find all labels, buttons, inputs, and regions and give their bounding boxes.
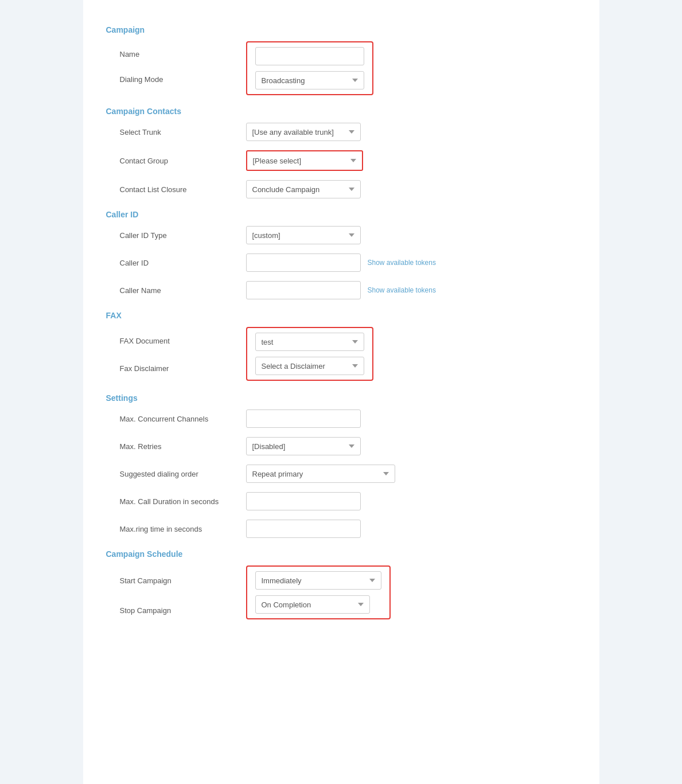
stop-campaign-select[interactable]: On Completion [255,595,370,614]
select-trunk-label: Select Trunk [120,128,246,136]
max-channels-input[interactable]: 2 [246,409,361,428]
fax-disclaimer-select[interactable]: Select a Disclaimer [255,357,364,375]
name-label: Name [120,41,246,67]
campaign-name-input[interactable] [255,47,364,65]
max-ring-time-row: Max.ring time in seconds 45 [106,520,576,538]
caller-id-type-select[interactable]: [custom] [246,226,361,244]
max-retries-label: Max. Retries [120,442,246,451]
stop-campaign-label: Stop Campaign [120,595,246,625]
contact-list-closure-label: Contact List Closure [120,185,246,194]
suggested-dialing-label: Suggested dialing order [120,470,246,478]
suggested-dialing-select[interactable]: Repeat primary [246,465,395,483]
max-ring-time-label: Max.ring time in seconds [120,525,246,533]
caller-id-show-tokens-link[interactable]: Show available tokens [368,259,436,267]
fax-section-title: FAX [106,311,576,320]
dialing-mode-select[interactable]: Broadcasting [255,71,364,89]
campaign-contacts-section-title: Campaign Contacts [106,107,576,116]
caller-name-row: Caller Name Show available tokens [106,281,576,299]
contact-group-label: Contact Group [120,157,246,165]
max-call-duration-label: Max. Call Duration in seconds [120,497,246,506]
settings-section-title: Settings [106,393,576,403]
max-channels-label: Max. Concurrent Channels [120,415,246,423]
suggested-dialing-row: Suggested dialing order Repeat primary [106,465,576,483]
caller-id-label: Caller ID [120,259,246,267]
max-retries-row: Max. Retries [Disabled] [106,437,576,455]
dialing-mode-label: Dialing Mode [120,67,246,92]
max-channels-row: Max. Concurrent Channels 2 [106,409,576,428]
contact-list-closure-select[interactable]: Conclude Campaign [246,180,361,198]
fax-document-select[interactable]: test [255,333,364,351]
max-retries-select[interactable]: [Disabled] [246,437,361,455]
campaign-schedule-section-title: Campaign Schedule [106,549,576,559]
caller-name-show-tokens-link[interactable]: Show available tokens [368,286,436,294]
caller-name-input[interactable] [246,281,361,299]
contact-group-select[interactable]: [Please select] [247,151,362,170]
contact-group-row: Contact Group [Please select] [106,150,576,171]
select-trunk-select[interactable]: [Use any available trunk] [246,123,361,141]
select-trunk-row: Select Trunk [Use any available trunk] [106,123,576,141]
max-ring-time-input[interactable]: 45 [246,520,361,538]
caller-id-type-label: Caller ID Type [120,231,246,240]
caller-id-input[interactable]: 1111111111 [246,253,361,272]
caller-name-label: Caller Name [120,286,246,295]
start-campaign-select[interactable]: Immediately [255,571,381,590]
contact-list-closure-row: Contact List Closure Conclude Campaign [106,180,576,198]
start-campaign-label: Start Campaign [120,565,246,595]
fax-document-label: FAX Document [120,327,246,354]
caller-id-row: Caller ID 1111111111 Show available toke… [106,253,576,272]
caller-id-type-row: Caller ID Type [custom] [106,226,576,244]
fax-disclaimer-label: Fax Disclaimer [120,354,246,382]
campaign-section-title: Campaign [106,25,576,34]
max-call-duration-row: Max. Call Duration in seconds 600 [106,492,576,510]
max-call-duration-input[interactable]: 600 [246,492,361,510]
caller-id-section-title: Caller ID [106,210,576,219]
